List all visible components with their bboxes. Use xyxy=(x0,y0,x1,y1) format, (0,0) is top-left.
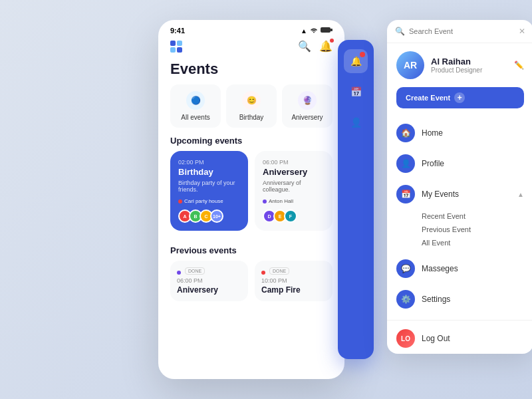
upcoming-row: 02:00 PM Birthday Birthday party of your… xyxy=(158,151,344,239)
prev-anniversary-dot xyxy=(177,271,181,275)
avatar-count: 10+ xyxy=(210,209,223,223)
settings-icon: ⚙️ xyxy=(396,290,415,309)
anniversary-name: Aniversery xyxy=(263,167,325,177)
upcoming-event-birthday[interactable]: 02:00 PM Birthday Birthday party of your… xyxy=(170,151,248,231)
user-initials: AR xyxy=(404,60,417,70)
birthday-time: 02:00 PM xyxy=(178,159,240,166)
birthday-location-text: Carl party house xyxy=(184,198,223,204)
user-section: AR Al Raihan Product Designer ✏️ xyxy=(387,43,532,84)
sidebar-bell-icon: 🔔 xyxy=(350,56,362,66)
svg-rect-2 xyxy=(331,29,332,31)
dropdown-search-icon: 🔍 xyxy=(395,27,405,36)
user-avatar: AR xyxy=(396,51,424,79)
sub-menu: Recent Event Previous Event All Event xyxy=(387,209,532,253)
time: 9:41 xyxy=(170,27,185,35)
messages-label: Masseges xyxy=(422,264,458,273)
birthday-name: Birthday xyxy=(178,167,240,177)
logout-item[interactable]: LO Log Out xyxy=(387,323,532,354)
birthday-location: Carl party house xyxy=(178,198,240,204)
location-dot xyxy=(178,200,182,203)
nav-home[interactable]: 🏠 Home xyxy=(387,118,532,148)
sidebar-user-btn[interactable]: 👤 xyxy=(344,110,368,134)
my-events-icon: 📅 xyxy=(396,185,415,203)
home-label: Home xyxy=(422,128,443,138)
nav-settings[interactable]: ⚙️ Settings xyxy=(387,284,532,315)
profile-icon: 👤 xyxy=(396,154,415,173)
category-row: 🔵 All events 😊 Birthday 🔮 Aniversery xyxy=(158,84,344,136)
dropdown-search-bar: 🔍 ✕ xyxy=(387,20,532,43)
sub-all-event[interactable]: All Event xyxy=(422,236,524,249)
menu-divider xyxy=(387,320,532,321)
notification-icon[interactable]: 🔔 xyxy=(319,40,332,53)
sub-recent-event[interactable]: Recent Event xyxy=(422,209,524,223)
notif-dot xyxy=(330,39,334,43)
category-all[interactable]: 🔵 All events xyxy=(170,84,221,128)
sidebar-notif-dot xyxy=(360,52,365,57)
sidebar-calendar-btn[interactable]: 📅 xyxy=(344,80,368,104)
status-icons: ▲ xyxy=(301,27,332,35)
prev-event-anniversary[interactable]: DONE 06:00 PM Aniversery xyxy=(170,261,248,301)
top-nav: 🔍 🔔 xyxy=(158,37,344,58)
category-anniversary[interactable]: 🔮 Aniversery xyxy=(282,84,332,128)
anv-avatar-3: F xyxy=(284,209,297,223)
sidebar-calendar-icon: 📅 xyxy=(350,86,362,97)
dropdown-close-icon[interactable]: ✕ xyxy=(519,27,525,36)
previous-section-title: Previous events xyxy=(158,245,344,261)
done-badge-2: DONE xyxy=(269,267,289,275)
prev-campfire-time: 10:00 PM xyxy=(261,277,326,284)
logout-avatar: LO xyxy=(396,329,415,348)
prev-anniversary-header: DONE xyxy=(177,267,241,277)
nav-menu: 🏠 Home 👤 Profile 📅 My Events ▲ Recent Ev… xyxy=(387,115,532,317)
create-event-button[interactable]: Create Event + xyxy=(396,87,524,108)
anniversary-avatars: D E F xyxy=(263,209,325,223)
nav-my-events[interactable]: 📅 My Events ▲ xyxy=(387,179,532,209)
anniversary-location: Anton Hall xyxy=(263,198,325,204)
user-info: Al Raihan Product Designer xyxy=(431,57,507,74)
battery-icon xyxy=(321,27,332,35)
prev-campfire-header: DONE xyxy=(261,267,326,277)
anniversary-label: Aniversery xyxy=(291,114,323,121)
nav-actions: 🔍 🔔 xyxy=(298,40,332,53)
previous-row: DONE 06:00 PM Aniversery DONE 10:00 PM C… xyxy=(158,261,344,301)
prev-anniversary-name: Aniversery xyxy=(177,285,241,295)
sidebar-user-icon: 👤 xyxy=(350,117,362,128)
nav-messages[interactable]: 💬 Masseges xyxy=(387,253,532,284)
upcoming-section-title: Upcoming events xyxy=(158,136,344,151)
upcoming-event-anniversary[interactable]: 06:00 PM Aniversery Anniversary of colle… xyxy=(255,151,332,231)
settings-label: Settings xyxy=(422,295,450,304)
user-role: Product Designer xyxy=(431,66,507,74)
sidebar: 🔔 📅 👤 xyxy=(338,40,374,359)
prev-anniversary-time: 06:00 PM xyxy=(177,277,241,284)
anniversary-icon: 🔮 xyxy=(298,91,317,110)
prev-campfire-name: Camp Fire xyxy=(261,285,326,295)
logo-icon xyxy=(170,41,182,53)
anniversary-desc: Anniversary of colleague. xyxy=(263,180,325,193)
birthday-label: Birthday xyxy=(239,114,264,121)
anniversary-loc-dot xyxy=(263,200,267,203)
svg-rect-1 xyxy=(321,28,329,32)
birthday-desc: Birthday party of your friends. xyxy=(178,180,240,193)
edit-icon[interactable]: ✏️ xyxy=(514,61,524,70)
home-icon: 🏠 xyxy=(396,124,415,142)
all-events-label: All events xyxy=(181,114,209,121)
user-name: Al Raihan xyxy=(431,57,507,66)
status-bar: 9:41 ▲ xyxy=(158,20,344,37)
category-birthday[interactable]: 😊 Birthday xyxy=(226,84,277,128)
search-icon[interactable]: 🔍 xyxy=(298,40,311,53)
anniversary-location-text: Anton Hall xyxy=(269,198,293,204)
mobile-panel: 9:41 ▲ 🔍 🔔 xyxy=(158,20,344,379)
nav-profile[interactable]: 👤 Profile xyxy=(387,148,532,179)
page-title: Events xyxy=(158,58,344,84)
my-events-label: My Events xyxy=(422,190,459,199)
sidebar-notification-btn[interactable]: 🔔 xyxy=(344,49,368,73)
prev-event-campfire[interactable]: DONE 10:00 PM Camp Fire xyxy=(255,261,332,301)
birthday-avatars: A B C 10+ xyxy=(178,209,240,223)
dropdown-search-input[interactable] xyxy=(409,27,515,35)
app-container: 9:41 ▲ 🔍 🔔 xyxy=(158,20,374,379)
dropdown-panel: 🔍 ✕ AR Al Raihan Product Designer ✏️ Cre… xyxy=(387,20,532,354)
sub-previous-event[interactable]: Previous Event xyxy=(422,223,524,236)
all-events-icon: 🔵 xyxy=(186,91,205,110)
profile-label: Profile xyxy=(422,159,444,168)
messages-icon: 💬 xyxy=(396,259,415,278)
anniversary-time: 06:00 PM xyxy=(263,159,325,166)
